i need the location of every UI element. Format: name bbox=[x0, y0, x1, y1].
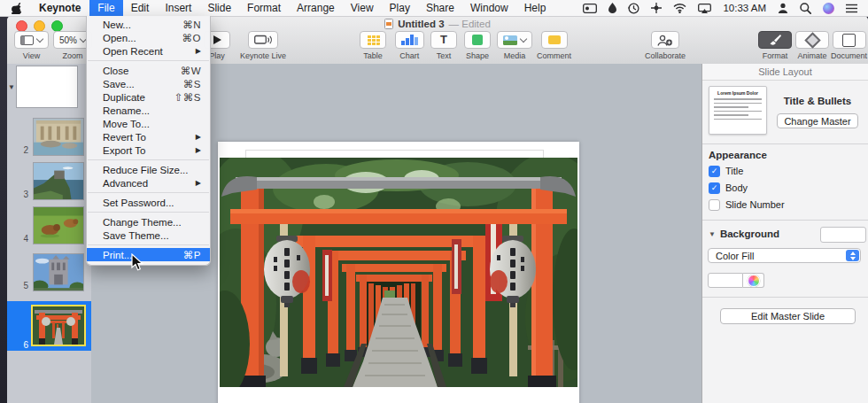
background-disclosure-icon[interactable]: ▼ bbox=[709, 230, 716, 238]
screen-record-icon[interactable] bbox=[583, 4, 597, 13]
keynote-live-button[interactable]: Keynote Live bbox=[240, 31, 286, 60]
airplay-icon[interactable] bbox=[698, 4, 711, 13]
text-icon: T bbox=[440, 35, 447, 45]
menu-item-reduce-file-size[interactable]: Reduce File Size... bbox=[87, 163, 210, 176]
submenu-arrow-icon: ▶ bbox=[196, 47, 201, 55]
menu-item-print[interactable]: Print...⌘P bbox=[87, 248, 210, 261]
menubar-help[interactable]: Help bbox=[516, 0, 554, 16]
menubar-view[interactable]: View bbox=[343, 0, 382, 16]
slide-row-5[interactable]: 5 bbox=[7, 253, 91, 291]
menubar-share[interactable]: Share bbox=[418, 0, 462, 16]
menubar-insert[interactable]: Insert bbox=[157, 0, 199, 16]
chart-button[interactable]: Chart bbox=[395, 31, 424, 60]
menubar-slide[interactable]: Slide bbox=[199, 0, 239, 16]
slide-number-checkbox[interactable] bbox=[709, 199, 720, 211]
fill-type-select[interactable]: Color Fill bbox=[708, 248, 861, 263]
menu-item-new[interactable]: New...⌘N bbox=[87, 18, 210, 31]
menu-item-open-recent[interactable]: Open Recent▶ bbox=[87, 44, 210, 58]
slide-navigator: ▼ 1 2 3 4 bbox=[7, 64, 91, 403]
location-icon[interactable] bbox=[651, 3, 662, 13]
format-button[interactable]: Format bbox=[758, 31, 792, 60]
slide-5-thumbnail[interactable] bbox=[33, 253, 84, 291]
current-color-swatch[interactable] bbox=[708, 273, 743, 288]
menu-item-save[interactable]: Save...⌘S bbox=[87, 77, 210, 90]
mouse-cursor bbox=[131, 253, 143, 275]
background-color-well[interactable] bbox=[708, 273, 764, 288]
menubar-edit[interactable]: Edit bbox=[123, 0, 158, 16]
menubar-clock[interactable]: 10:33 AM bbox=[723, 3, 766, 13]
animate-button[interactable]: Animate bbox=[795, 31, 829, 60]
menu-separator bbox=[88, 212, 209, 213]
change-master-button[interactable]: Change Master bbox=[777, 113, 858, 128]
fast-user-switch-icon[interactable] bbox=[778, 3, 788, 13]
notification-center-icon[interactable] bbox=[846, 4, 857, 13]
menubar-format[interactable]: Format bbox=[239, 0, 289, 16]
menu-item-duplicate[interactable]: Duplicate⇧⌘S bbox=[87, 90, 210, 104]
menubar-window[interactable]: Window bbox=[462, 0, 516, 16]
view-panes-icon bbox=[20, 35, 34, 45]
menu-item-change-theme[interactable]: Change Theme... bbox=[87, 215, 210, 229]
menu-item-open[interactable]: Open...⌘O bbox=[87, 31, 210, 44]
format-brush-icon bbox=[769, 35, 781, 46]
apple-menu[interactable] bbox=[0, 0, 30, 16]
slide-6-thumbnail[interactable] bbox=[31, 305, 86, 346]
view-button[interactable]: View bbox=[14, 31, 49, 60]
body-checkbox-row[interactable]: ✓ Body bbox=[709, 182, 748, 194]
media-button[interactable]: Media bbox=[497, 31, 532, 60]
spotlight-icon[interactable] bbox=[800, 3, 811, 14]
document-icon bbox=[384, 19, 393, 29]
menu-item-close[interactable]: Close⌘W bbox=[87, 64, 210, 77]
shape-button[interactable]: Shape bbox=[464, 31, 491, 60]
slide-number-checkbox-row[interactable]: Slide Number bbox=[709, 198, 785, 211]
body-checkbox[interactable]: ✓ bbox=[709, 182, 720, 194]
title-checkbox-row[interactable]: ✓ Title bbox=[709, 165, 743, 177]
background-section[interactable]: ▼ Background bbox=[709, 229, 779, 239]
menu-item-export-to[interactable]: Export To▶ bbox=[87, 143, 210, 157]
text-button[interactable]: T Text bbox=[430, 31, 457, 60]
slide-row-4[interactable]: 4 bbox=[7, 206, 91, 244]
slide-row-6-selected[interactable]: 6 bbox=[7, 301, 91, 351]
slide-4-thumbnail[interactable] bbox=[33, 206, 84, 244]
preview-line bbox=[714, 119, 762, 120]
slide-row-2[interactable]: 2 bbox=[7, 118, 91, 156]
animate-icon bbox=[804, 32, 820, 48]
preview-line bbox=[714, 98, 762, 100]
table-button[interactable]: Table bbox=[360, 31, 386, 60]
play-icon bbox=[213, 35, 221, 44]
menu-item-advanced[interactable]: Advanced▶ bbox=[87, 176, 210, 190]
select-stepper-icon[interactable] bbox=[846, 250, 859, 261]
menu-item-rename[interactable]: Rename... bbox=[87, 104, 210, 117]
submenu-arrow-icon: ▶ bbox=[196, 133, 201, 141]
current-slide[interactable] bbox=[218, 142, 579, 403]
menu-item-set-password[interactable]: Set Password... bbox=[87, 196, 210, 209]
slide-2-thumbnail[interactable] bbox=[33, 118, 84, 156]
wifi-icon[interactable] bbox=[673, 4, 686, 13]
background-color-swatch[interactable] bbox=[820, 227, 866, 243]
collaborate-button[interactable]: Collaborate bbox=[645, 31, 686, 60]
layout-preview-card[interactable]: Lorem Ipsum Dolor bbox=[709, 86, 767, 135]
menu-item-revert-to[interactable]: Revert To▶ bbox=[87, 130, 210, 143]
arrow-cursor-icon bbox=[131, 253, 143, 271]
document-button[interactable]: Document bbox=[831, 31, 867, 60]
menu-item-save-theme[interactable]: Save Theme... bbox=[87, 229, 210, 242]
color-wheel-button[interactable] bbox=[743, 273, 764, 288]
slide-photo[interactable] bbox=[220, 158, 577, 387]
menubar-file[interactable]: File bbox=[89, 0, 122, 16]
title-checkbox[interactable]: ✓ bbox=[709, 166, 720, 177]
flame-icon[interactable] bbox=[608, 3, 616, 13]
menubar-arrange[interactable]: Arrange bbox=[289, 0, 343, 16]
slide-row-3[interactable]: 3 bbox=[7, 162, 91, 200]
comment-button[interactable]: Comment bbox=[537, 31, 571, 60]
submenu-arrow-icon: ▶ bbox=[196, 179, 201, 187]
siri-icon[interactable] bbox=[823, 3, 834, 14]
menubar-play[interactable]: Play bbox=[382, 0, 418, 16]
comment-icon bbox=[548, 35, 561, 44]
menubar-app-keynote[interactable]: Keynote bbox=[30, 0, 89, 16]
time-machine-icon[interactable] bbox=[628, 3, 639, 14]
preview-line bbox=[714, 111, 762, 112]
edit-master-slide-button[interactable]: Edit Master Slide bbox=[720, 308, 856, 324]
slide-3-thumbnail[interactable] bbox=[33, 162, 84, 200]
slide-1-thumbnail[interactable] bbox=[16, 66, 78, 108]
slide-row-1[interactable]: 1 bbox=[7, 64, 91, 110]
menu-item-move-to[interactable]: Move To... bbox=[87, 117, 210, 130]
